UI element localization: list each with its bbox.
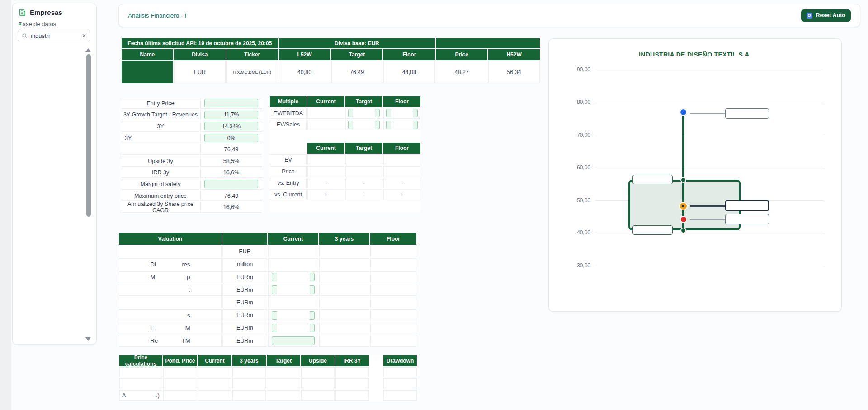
assumption-label: Annualized 3y Share price CAGR bbox=[122, 202, 199, 213]
col-header-ticker: Ticker bbox=[226, 49, 278, 60]
ev-ebitda-label: EV/EBITDA bbox=[270, 108, 307, 119]
valuation-current-input[interactable] bbox=[272, 324, 315, 332]
valuation-current-input[interactable] bbox=[272, 285, 315, 294]
multiples-header2: Floor bbox=[383, 143, 420, 154]
multiples-header2 bbox=[270, 143, 307, 154]
entry-price-input[interactable] bbox=[204, 99, 258, 107]
pc-header: Upside bbox=[301, 355, 335, 366]
refresh-icon: ⟳ bbox=[807, 13, 812, 19]
scroll-down-icon[interactable] bbox=[85, 337, 91, 341]
database-label: Base de datos bbox=[19, 21, 56, 28]
ev-sales-label: EV/Sales bbox=[270, 120, 307, 130]
clear-search-icon[interactable]: × bbox=[82, 33, 86, 39]
pc-row-label-masked: A…) bbox=[119, 390, 162, 401]
pc-header: Pond. Price bbox=[163, 355, 197, 366]
assumption-label bbox=[122, 144, 199, 155]
assumption-label: Entry Price bbox=[122, 98, 199, 109]
multiples-header2: Current bbox=[307, 143, 344, 154]
assumptions-table: Entry Price 3Y Growth Target - Revenues … bbox=[122, 98, 262, 214]
floor-label-box[interactable] bbox=[725, 214, 769, 224]
gridline bbox=[595, 168, 823, 168]
target-price-value: 76,49 bbox=[200, 144, 262, 155]
y-tick: 60,00 bbox=[567, 164, 590, 171]
pc-header: Current bbox=[198, 355, 231, 366]
assumption-label: Maximum entry price bbox=[122, 191, 199, 201]
gridline bbox=[595, 102, 823, 102]
assumption-label: 3Y Growth Target - Revenues bbox=[122, 110, 199, 121]
unit-label: million bbox=[222, 258, 267, 270]
quote-target: 76,49 bbox=[331, 61, 383, 83]
floor-point[interactable] bbox=[680, 216, 687, 223]
valuation-3years-header: 3 years bbox=[319, 233, 369, 245]
ev-ebitda-target-input[interactable] bbox=[348, 109, 380, 117]
valuation-row-label-masked: Mp bbox=[119, 271, 222, 283]
price-label-box-selected[interactable] bbox=[725, 200, 769, 211]
vs-entry-label: vs. Entry bbox=[270, 178, 307, 189]
ev-sales-floor-input[interactable] bbox=[386, 121, 418, 129]
search-input[interactable] bbox=[31, 33, 79, 39]
margin-3y-input[interactable]: 14.34% bbox=[204, 122, 258, 130]
valuation-current-input[interactable] bbox=[272, 311, 315, 320]
ev-ebitda-floor-input[interactable] bbox=[386, 109, 418, 117]
valuation-revenues-input[interactable] bbox=[272, 336, 315, 345]
multiples-header: Current bbox=[307, 96, 344, 107]
quote-table: Fecha última solicitud API: 19 de octubr… bbox=[122, 38, 540, 82]
rate-3y-input[interactable]: 0% bbox=[204, 134, 258, 142]
growth-target-input[interactable]: 11,7% bbox=[204, 111, 258, 119]
valuation-row-label-masked: ReTM bbox=[119, 335, 222, 347]
target-point[interactable] bbox=[679, 108, 687, 116]
col-header-name: Name bbox=[122, 49, 173, 60]
unit-label: EURm bbox=[222, 309, 267, 321]
y-tick: 90,00 bbox=[567, 66, 590, 73]
price-connector-line bbox=[690, 205, 725, 207]
unit-label: EURm bbox=[222, 297, 267, 308]
gridline bbox=[595, 233, 823, 233]
col-header-floor: Floor bbox=[383, 49, 435, 60]
valuation-floor-header: Floor bbox=[370, 233, 416, 245]
building-icon bbox=[19, 9, 26, 16]
unit-label: EURm bbox=[222, 335, 267, 347]
page-topbar: Análisis Financiero - I ⟳ Reset Auto bbox=[118, 4, 860, 27]
valuation-current-input[interactable] bbox=[272, 273, 315, 281]
sidebar-title: Empresas bbox=[30, 9, 62, 16]
scroll-up-icon[interactable] bbox=[85, 48, 91, 52]
page-title: Análisis Financiero - I bbox=[128, 12, 186, 19]
valuation-current-header: Current bbox=[268, 233, 318, 245]
unit-label: EUR bbox=[222, 246, 267, 257]
ev-sales-target-input[interactable] bbox=[348, 121, 380, 129]
reset-auto-button[interactable]: ⟳ Reset Auto bbox=[801, 9, 851, 22]
company-search[interactable]: × bbox=[18, 29, 90, 42]
col-header-price: Price bbox=[436, 49, 487, 60]
ev-sales-current bbox=[307, 120, 344, 130]
valuation-row-label-masked: Dires bbox=[119, 258, 222, 270]
valuation-row-label-masked: EM bbox=[119, 322, 222, 334]
quote-divisa: EUR bbox=[174, 61, 226, 83]
col-header-h52w: H52W bbox=[488, 49, 540, 60]
assumption-label: IRR 3y bbox=[122, 168, 199, 178]
gridline bbox=[595, 266, 823, 266]
vs-current-label: vs. Current bbox=[270, 189, 307, 200]
current-price-point[interactable] bbox=[679, 202, 688, 210]
multiples-header: Floor bbox=[383, 96, 420, 107]
h52w-point[interactable] bbox=[680, 177, 686, 183]
gridline bbox=[595, 135, 823, 135]
h52w-label-box[interactable] bbox=[632, 175, 673, 184]
pc-header-drawdown: Drawdown bbox=[383, 355, 417, 366]
target-label-box[interactable] bbox=[725, 108, 769, 119]
l52w-point[interactable] bbox=[680, 228, 686, 233]
multiples-header: Target bbox=[345, 96, 382, 107]
y-tick: 50,00 bbox=[567, 197, 590, 204]
col-header-target: Target bbox=[331, 49, 383, 60]
y-tick: 70,00 bbox=[567, 132, 590, 138]
l52w-label-box[interactable] bbox=[632, 225, 673, 235]
cagr-value: 16,6% bbox=[200, 202, 262, 213]
scrollbar-thumb[interactable] bbox=[86, 54, 91, 217]
irr-3y-value: 16,6% bbox=[200, 168, 262, 178]
margin-of-safety-input[interactable] bbox=[204, 180, 258, 188]
api-date-header: Fecha última solicitud API: 19 de octubr… bbox=[122, 38, 278, 48]
ev-row-label: EV bbox=[270, 154, 307, 165]
sidebar-header: Empresas bbox=[13, 3, 96, 16]
database-status: Base de datos bbox=[13, 16, 96, 28]
col-header-l52w: L52W bbox=[279, 49, 330, 60]
assumption-label: 3Y bbox=[122, 133, 199, 144]
